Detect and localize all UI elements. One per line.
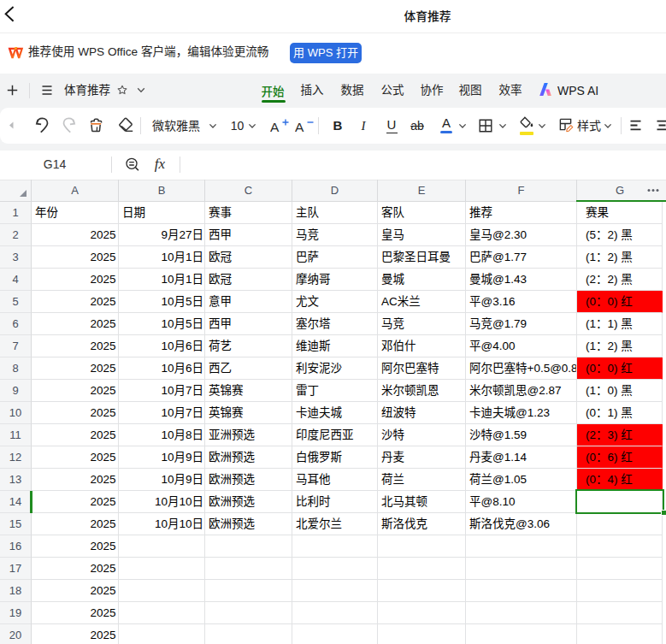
svg-text:A: A — [270, 120, 280, 134]
svg-text:A: A — [295, 120, 304, 134]
